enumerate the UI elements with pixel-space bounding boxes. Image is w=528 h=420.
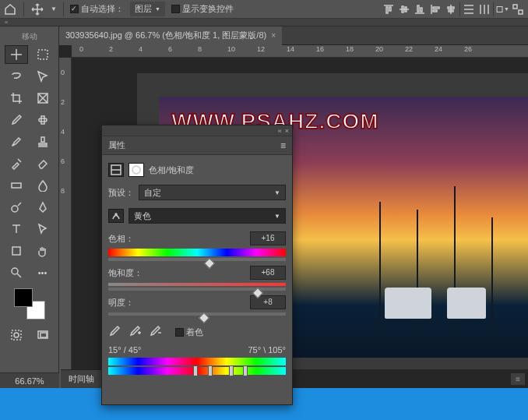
options-bar: ▼ 自动选择： 图层▼ 显示变换控件 ▼ (0, 0, 528, 19)
svg-rect-0 (497, 6, 502, 12)
fg-color-swatch[interactable] (14, 288, 33, 307)
saturation-value[interactable]: +68 (250, 266, 286, 280)
align-top-icon[interactable] (382, 2, 396, 16)
auto-select-checkbox[interactable]: 自动选择： (70, 3, 124, 15)
mask-icon (128, 163, 144, 177)
dodge-tool[interactable] (5, 198, 28, 217)
move-tool[interactable] (5, 45, 28, 64)
blur-tool[interactable] (31, 176, 55, 195)
collapse-bar[interactable]: « (0, 19, 528, 26)
history-brush-tool[interactable] (5, 154, 28, 173)
hue-range-slider-top[interactable] (108, 358, 286, 365)
arrange-icon[interactable] (511, 2, 525, 16)
align-bottom-icon[interactable] (413, 2, 427, 16)
svg-rect-3 (38, 50, 48, 59)
hue-slider[interactable] (108, 249, 286, 256)
range-right: 75° \ 105° (248, 345, 286, 355)
show-transform-label: 显示变换控件 (182, 3, 234, 15)
svg-rect-2 (519, 10, 523, 14)
more-tool[interactable]: ••• (31, 263, 55, 282)
align-hcenter-icon[interactable] (444, 2, 458, 16)
timeline-tab[interactable]: 时间轴 (61, 369, 102, 388)
preset-label: 预设： (108, 187, 134, 199)
svg-rect-6 (12, 183, 21, 188)
close-tab-icon[interactable]: × (271, 31, 276, 40)
saturation-label: 饱和度： (108, 267, 143, 279)
hand-tool[interactable] (31, 242, 55, 260)
hue-range-slider-bottom[interactable] (108, 367, 286, 375)
lightness-value[interactable]: +8 (250, 295, 286, 309)
quickmask-tool[interactable] (5, 326, 28, 344)
stamp-tool[interactable] (31, 132, 55, 151)
panel-close-icon[interactable]: × (285, 127, 289, 135)
screenmode-tool[interactable] (31, 326, 55, 344)
zoom-tool[interactable] (5, 263, 28, 282)
svg-point-9 (12, 268, 18, 274)
align-buttons: ▼ (382, 2, 525, 16)
ruler-vertical: 02468 (59, 58, 72, 388)
align-left-icon[interactable] (428, 2, 442, 16)
svg-rect-5 (39, 118, 47, 122)
lasso-tool[interactable] (5, 67, 28, 86)
color-swatches[interactable] (14, 288, 45, 319)
show-transform-checkbox[interactable]: 显示变换控件 (171, 3, 234, 15)
ruler-horizontal: 02468101214161820222426 (72, 45, 528, 58)
properties-panel: « × 属性 ≡ 色相/饱和度 预设： 自定▼ 黄色▼ 色相：+16 (101, 125, 293, 405)
preset-dropdown[interactable]: 自定▼ (139, 185, 286, 200)
range-left: 15° / 45° (108, 345, 141, 355)
marquee-tool[interactable] (31, 45, 55, 64)
targeted-adjust-icon[interactable] (108, 209, 124, 223)
quick-select-tool[interactable] (31, 67, 55, 86)
svg-rect-10 (12, 330, 21, 340)
toolbox: 移动 (0, 26, 59, 388)
svg-rect-1 (513, 5, 517, 9)
frame-tool[interactable] (31, 89, 55, 108)
crop-tool[interactable] (5, 89, 28, 108)
channel-dropdown[interactable]: 黄色▼ (128, 208, 286, 224)
home-icon[interactable] (3, 2, 17, 16)
hue-value[interactable]: +16 (250, 231, 286, 245)
tab-title: 303935640.jpg @ 66.7% (色相/饱和度 1, 图层蒙版/8) (65, 30, 266, 41)
svg-rect-8 (12, 247, 20, 255)
document-tab[interactable]: 303935640.jpg @ 66.7% (色相/饱和度 1, 图层蒙版/8)… (59, 26, 282, 45)
lightness-slider[interactable] (108, 312, 286, 316)
svg-point-16 (115, 214, 117, 215)
adjustment-icon (108, 163, 124, 177)
distribute-h-icon[interactable] (477, 2, 491, 16)
panel-collapse-icon[interactable]: « (278, 127, 282, 135)
gradient-tool[interactable] (5, 176, 28, 195)
shape-tool[interactable] (5, 242, 28, 260)
colorize-checkbox[interactable]: 着色 (175, 326, 203, 338)
panel-menu-icon[interactable]: ≡ (280, 140, 286, 151)
healing-tool[interactable] (31, 111, 55, 129)
tool-label: 移动 (22, 31, 37, 42)
3d-mode-icon[interactable]: ▼ (495, 2, 509, 16)
panel-title: 属性 (108, 139, 125, 151)
eyedropper-icon[interactable] (108, 325, 121, 339)
path-select-tool[interactable] (31, 220, 55, 238)
type-tool[interactable] (5, 220, 28, 238)
align-vcenter-icon[interactable] (397, 2, 411, 16)
eyedropper-tool[interactable] (5, 111, 28, 129)
svg-rect-13 (40, 333, 47, 337)
zoom-status[interactable]: 66.67% (0, 372, 59, 388)
svg-point-7 (12, 206, 18, 212)
eyedropper-plus-icon[interactable] (128, 325, 141, 339)
svg-point-11 (14, 333, 19, 337)
eraser-tool[interactable] (31, 154, 55, 173)
distribute-v-icon[interactable] (462, 2, 476, 16)
timeline-menu-icon[interactable]: ≡ (511, 373, 525, 385)
move-icon[interactable] (30, 2, 44, 16)
hue-label: 色相： (108, 233, 134, 245)
auto-select-label: 自动选择： (81, 3, 124, 15)
layer-dropdown[interactable]: 图层▼ (130, 2, 165, 16)
lightness-label: 明度： (108, 297, 134, 309)
saturation-slider[interactable] (108, 283, 286, 286)
brush-tool[interactable] (5, 132, 28, 151)
svg-point-15 (132, 166, 140, 174)
pen-tool[interactable] (31, 198, 55, 217)
eyedropper-minus-icon[interactable] (149, 325, 161, 339)
adjustment-name: 色相/饱和度 (149, 164, 194, 176)
